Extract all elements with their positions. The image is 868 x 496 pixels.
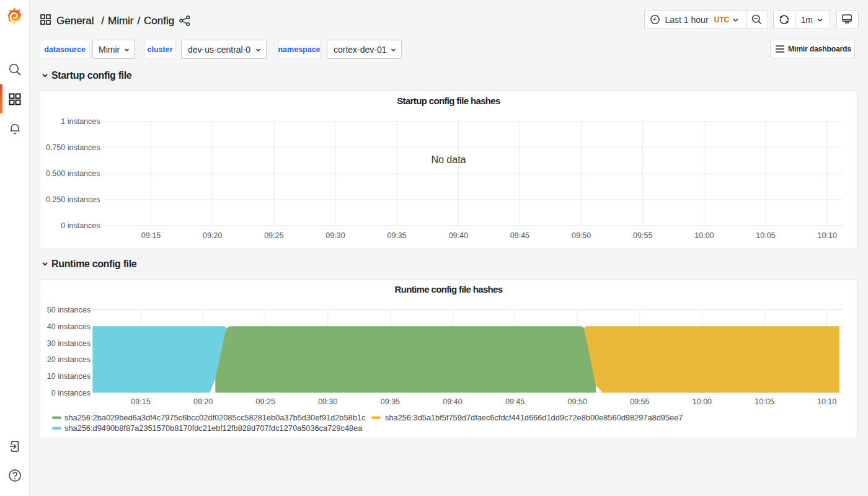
svg-text:No data: No data (431, 154, 466, 165)
svg-text:09:30: 09:30 (326, 231, 345, 240)
svg-text:10 instances: 10 instances (47, 372, 91, 381)
svg-text:40 instances: 40 instances (47, 322, 91, 331)
svg-text:30 instances: 30 instances (47, 339, 91, 348)
svg-text:0.500 instances: 0.500 instances (46, 169, 100, 178)
svg-text:09:35: 09:35 (387, 231, 406, 240)
svg-text:sha256:2ba029bed6a3df4c7975c6b: sha256:2ba029bed6a3df4c7975c6bcc02df0208… (64, 413, 366, 422)
svg-text:09:25: 09:25 (264, 231, 283, 240)
svg-text:20 instances: 20 instances (47, 355, 91, 364)
svg-text:10:00: 10:00 (693, 397, 712, 406)
svg-text:0.750 instances: 0.750 instances (46, 143, 100, 152)
svg-text:09:50: 09:50 (572, 231, 591, 240)
svg-text:sha256:3d5a1bf5f759d7dfaec6cfd: sha256:3d5a1bf5f759d7dfaec6cfdcf441d666d… (385, 413, 683, 422)
svg-text:09:40: 09:40 (443, 397, 462, 406)
svg-text:09:25: 09:25 (256, 397, 275, 406)
svg-text:sha256:d9490b8f87a2351570b8170: sha256:d9490b8f87a2351570b8170fdc21ebf12… (64, 423, 363, 433)
svg-text:0.250 instances: 0.250 instances (46, 195, 100, 204)
svg-text:09:55: 09:55 (633, 231, 652, 240)
svg-text:09:55: 09:55 (630, 397, 649, 406)
svg-text:09:15: 09:15 (131, 397, 150, 406)
svg-text:0 instances: 0 instances (61, 221, 100, 230)
svg-text:09:30: 09:30 (318, 397, 337, 406)
svg-text:10:05: 10:05 (755, 397, 774, 406)
svg-text:0 instances: 0 instances (51, 389, 91, 397)
svg-text:09:40: 09:40 (449, 231, 468, 240)
svg-text:10:05: 10:05 (756, 231, 775, 240)
svg-text:09:20: 09:20 (203, 231, 222, 240)
svg-text:09:20: 09:20 (193, 397, 213, 406)
svg-text:50 instances: 50 instances (47, 306, 91, 314)
svg-text:1 instances: 1 instances (61, 117, 100, 126)
svg-text:09:35: 09:35 (381, 397, 400, 406)
svg-text:10:10: 10:10 (818, 231, 837, 240)
svg-text:09:45: 09:45 (510, 231, 529, 240)
svg-text:09:15: 09:15 (141, 231, 161, 240)
svg-text:09:50: 09:50 (568, 397, 587, 406)
svg-text:10:00: 10:00 (694, 231, 714, 240)
svg-text:10:10: 10:10 (817, 397, 836, 406)
svg-text:09:45: 09:45 (505, 397, 525, 406)
